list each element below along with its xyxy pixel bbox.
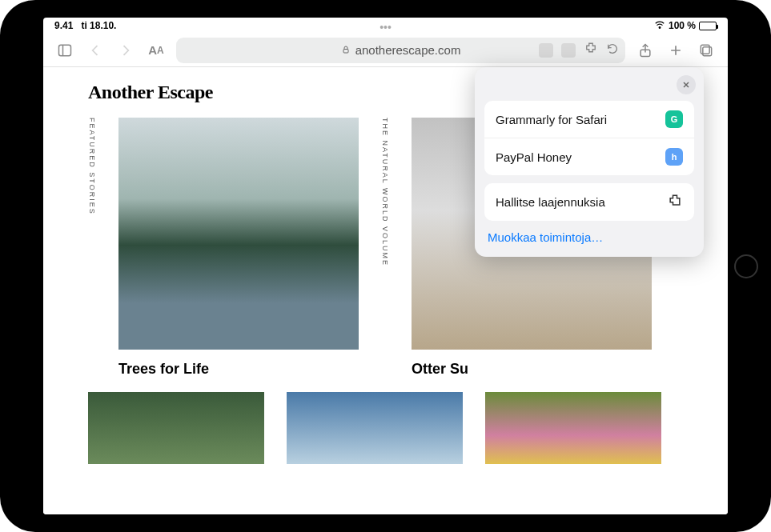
extensions-icon[interactable] [584, 42, 598, 58]
reload-icon[interactable] [606, 42, 619, 58]
sidebar-icon[interactable] [54, 40, 75, 61]
extension-chip-2-icon[interactable] [561, 43, 576, 58]
popover-close-button[interactable] [677, 75, 696, 94]
manage-extensions-label: Hallitse laajennuksia [496, 195, 605, 209]
screen: ••• 9.41 ti 18.10. 100 % [43, 18, 728, 514]
svg-rect-1 [59, 45, 71, 55]
manage-extensions[interactable]: Hallitse laajennuksia [484, 183, 694, 221]
featured-stories-label: FEATURED STORIES [88, 118, 96, 378]
safari-toolbar: AA anotherescape.com [43, 34, 728, 67]
page-settings-aa-icon[interactable]: AA [146, 40, 167, 61]
thumb-1[interactable] [88, 392, 264, 464]
status-time: 9.41 [54, 20, 73, 31]
multitask-dots-icon[interactable]: ••• [379, 21, 392, 34]
story-2-title: Otter Su [412, 361, 652, 378]
thumbnail-row [43, 378, 728, 478]
back-icon[interactable] [85, 40, 106, 61]
edit-actions-link[interactable]: Muokkaa toimintoja… [484, 221, 694, 247]
svg-rect-3 [343, 50, 348, 54]
status-right: 100 % [654, 19, 717, 33]
svg-rect-7 [703, 46, 712, 55]
ipad-frame: ••• 9.41 ti 18.10. 100 % [0, 0, 771, 532]
address-bar[interactable]: anotherescape.com [176, 38, 625, 63]
story-1-title: Trees for Life [118, 361, 359, 378]
status-left: 9.41 ti 18.10. [54, 20, 116, 31]
address-url: anotherescape.com [355, 43, 461, 57]
extension-grammarly[interactable]: Grammarly for Safari G [484, 101, 694, 138]
story-1[interactable]: Trees for Life [118, 118, 359, 378]
extension-honey[interactable]: PayPal Honey h [484, 138, 694, 175]
share-icon[interactable] [635, 40, 656, 61]
svg-rect-8 [701, 45, 709, 54]
forward-icon[interactable] [115, 40, 136, 61]
home-button[interactable] [734, 254, 758, 278]
thumb-2[interactable] [287, 392, 463, 464]
extensions-list: Grammarly for Safari G PayPal Honey h [484, 101, 694, 175]
status-date: ti 18.10. [81, 20, 116, 31]
extensions-popover: Grammarly for Safari G PayPal Honey h Ha… [475, 67, 704, 257]
grammarly-icon: G [665, 110, 683, 128]
battery-percent: 100 % [669, 20, 696, 31]
tabs-icon[interactable] [696, 40, 717, 61]
story-1-image [118, 118, 359, 350]
svg-point-0 [659, 26, 661, 28]
battery-icon [699, 22, 717, 30]
lock-icon [341, 43, 351, 57]
natural-world-label: THE NATURAL WORLD VOLUME [381, 118, 389, 378]
honey-icon: h [665, 148, 683, 166]
manage-list: Hallitse laajennuksia [484, 183, 694, 221]
new-tab-icon[interactable] [665, 40, 686, 61]
extension-chip-1-icon[interactable] [539, 43, 553, 58]
extension-grammarly-label: Grammarly for Safari [496, 113, 607, 126]
puzzle-icon [667, 193, 683, 211]
site-brand[interactable]: Another Escape [88, 82, 213, 103]
thumb-3[interactable] [485, 392, 661, 464]
wifi-icon [654, 19, 665, 33]
extension-honey-label: PayPal Honey [496, 150, 572, 164]
